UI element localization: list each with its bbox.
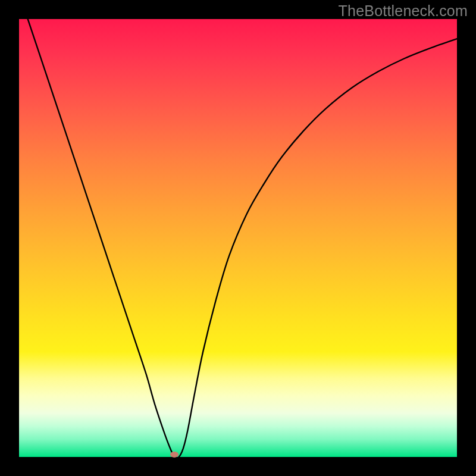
watermark-text: TheBottleneck.com [339,2,468,20]
bottleneck-curve [19,19,457,457]
chart-frame: TheBottleneck.com [0,0,476,476]
plot-area [19,19,457,457]
